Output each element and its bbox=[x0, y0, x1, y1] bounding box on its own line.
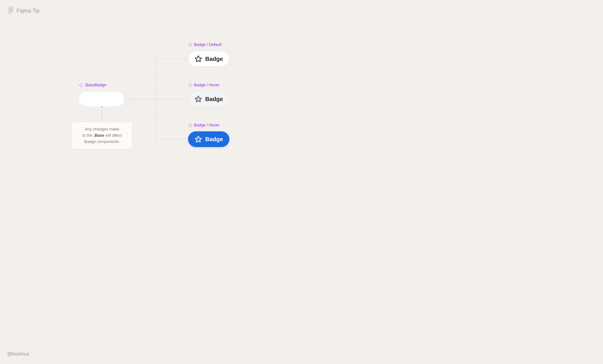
svg-marker-2 bbox=[195, 96, 201, 102]
note-line2: to the .Base will affect bbox=[77, 132, 128, 139]
star-icon bbox=[195, 95, 202, 103]
component-icon bbox=[188, 43, 192, 47]
component-label-text: .BaseBadge bbox=[84, 83, 106, 88]
component-icon bbox=[188, 83, 192, 87]
badge-text: Badge bbox=[205, 96, 223, 103]
connectors bbox=[0, 0, 313, 189]
badge-text: Badge bbox=[205, 55, 223, 62]
svg-point-0 bbox=[11, 9, 13, 11]
note-line3: Badge components. bbox=[77, 139, 128, 145]
svg-marker-1 bbox=[195, 56, 201, 62]
component-icon bbox=[79, 83, 83, 87]
component-label-base: .BaseBadge bbox=[79, 83, 106, 88]
page-title: Figma Tip bbox=[17, 8, 40, 14]
star-icon bbox=[195, 135, 202, 143]
badge-default[interactable]: Badge bbox=[188, 51, 229, 67]
figma-icon bbox=[8, 7, 14, 15]
component-label-text: Badge / Default bbox=[194, 42, 221, 47]
header: Figma Tip bbox=[8, 7, 40, 15]
note-line1: Any changes made bbox=[77, 126, 128, 132]
component-label-text: Badge / Hover bbox=[194, 123, 220, 128]
component-label-text: Badge / Hover bbox=[194, 83, 220, 88]
badge-text: Badge bbox=[205, 136, 223, 143]
component-label-default: Badge / Default bbox=[188, 42, 221, 47]
component-icon bbox=[188, 123, 192, 127]
svg-marker-3 bbox=[195, 136, 201, 142]
base-badge-pill[interactable] bbox=[79, 91, 125, 107]
star-icon bbox=[195, 55, 202, 63]
footer-handle: @buninux bbox=[7, 351, 29, 357]
badge-active[interactable]: Badge bbox=[188, 131, 229, 147]
component-label-hover: Badge / Hover bbox=[188, 83, 220, 88]
badge-hover[interactable]: Badge bbox=[188, 91, 229, 107]
note-box: Any changes made to the .Base will affec… bbox=[72, 122, 132, 149]
note-connector bbox=[102, 107, 102, 122]
component-label-active: Badge / Hover bbox=[188, 123, 220, 128]
